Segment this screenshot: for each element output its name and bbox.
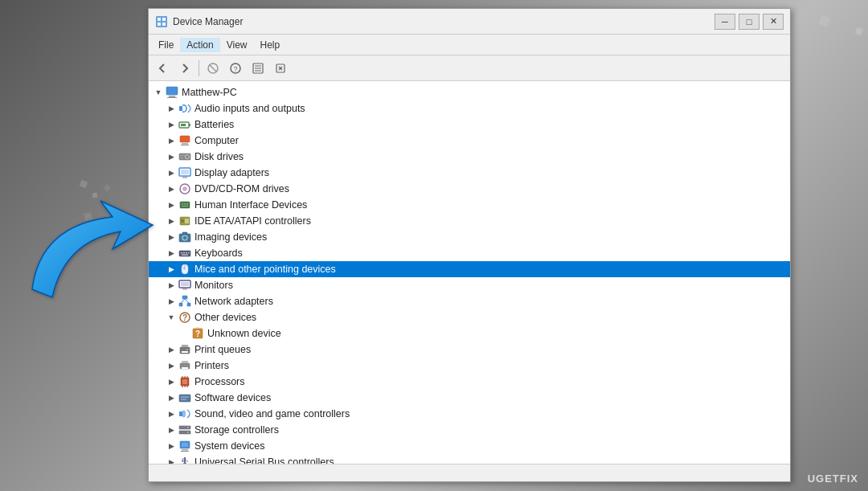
svg-text:?: ? xyxy=(195,329,200,338)
tree-mice[interactable]: ▶ Mice and other pointing devices xyxy=(149,261,790,277)
toolbar-stop-button[interactable] xyxy=(203,59,223,78)
sound-label: Sound, video and game controllers xyxy=(194,408,350,419)
toolbar-back-button[interactable] xyxy=(152,59,173,78)
tree-sound[interactable]: ▶ Sound, video and game controllers xyxy=(149,406,790,422)
storage-icon xyxy=(178,423,192,437)
tree-root[interactable]: ▼ Matthew-PC xyxy=(149,84,790,100)
tree-disk[interactable]: ▶ Disk drives xyxy=(149,149,790,165)
toolbar-uninstall-button[interactable] xyxy=(270,59,291,78)
ide-label: IDE ATA/ATAPI controllers xyxy=(194,215,311,227)
svg-rect-32 xyxy=(181,145,189,145)
svg-line-69 xyxy=(181,299,185,303)
menu-file[interactable]: File xyxy=(152,38,180,52)
svg-rect-50 xyxy=(185,219,189,223)
tree-ide[interactable]: ▶ IDE ATA/ATAPI controllers xyxy=(149,213,790,229)
usb-icon xyxy=(178,455,192,464)
toolbar-forward-button[interactable] xyxy=(174,59,195,78)
tree-network[interactable]: ▶ Network adapters xyxy=(149,293,790,309)
title-bar-left: Device Manager xyxy=(155,15,243,28)
svg-rect-35 xyxy=(180,155,185,156)
processors-icon xyxy=(178,374,192,389)
batteries-icon xyxy=(178,117,192,132)
storage-label: Storage controllers xyxy=(194,424,279,436)
monitors-label: Monitors xyxy=(194,280,233,291)
disk-icon xyxy=(178,149,192,164)
tree-storage[interactable]: ▶ Storage controllers xyxy=(149,422,790,438)
svg-rect-62 xyxy=(183,267,185,269)
svg-rect-9 xyxy=(162,18,166,21)
svg-rect-78 xyxy=(182,351,188,353)
close-button[interactable]: ✕ xyxy=(763,14,784,30)
svg-rect-55 xyxy=(181,252,182,253)
tree-unknown-device[interactable]: ? Unknown device xyxy=(149,325,790,342)
audio-label: Audio inputs and outputs xyxy=(194,103,305,114)
svg-text:?: ? xyxy=(182,313,187,322)
other-icon: ? xyxy=(178,310,192,325)
tree-display[interactable]: ▶ Display adapters xyxy=(149,165,790,181)
toolbar: ? xyxy=(149,55,790,81)
svg-marker-75 xyxy=(193,327,203,329)
watermark-text: UGETFIX xyxy=(808,473,858,485)
root-label: Matthew-PC xyxy=(182,87,237,98)
tree-processors[interactable]: ▶ Processors xyxy=(149,374,790,390)
svg-rect-23 xyxy=(166,87,178,95)
title-bar: Device Manager ─ □ ✕ xyxy=(149,9,790,35)
tree-keyboards[interactable]: ▶ Keyboards xyxy=(149,245,790,261)
tree-monitors[interactable]: ▶ Monitors xyxy=(149,277,790,293)
menu-view[interactable]: View xyxy=(220,38,254,52)
tree-hid[interactable]: ▶ Human Interface Devices xyxy=(149,197,790,213)
maximize-button[interactable]: □ xyxy=(739,14,760,30)
svg-rect-24 xyxy=(169,96,175,97)
svg-rect-39 xyxy=(181,170,189,174)
disk-label: Disk drives xyxy=(194,151,244,162)
tree-software[interactable]: ▶ Software devices xyxy=(149,390,790,406)
svg-rect-100 xyxy=(182,449,188,451)
svg-rect-67 xyxy=(179,303,182,306)
device-tree[interactable]: ▼ Matthew-PC ▶ Audio inputs and outp xyxy=(149,81,790,464)
mice-icon xyxy=(178,262,192,276)
svg-rect-29 xyxy=(181,124,186,126)
sound-expand-icon: ▶ xyxy=(165,407,178,420)
tree-batteries[interactable]: ▶ Batteries xyxy=(149,117,790,133)
svg-rect-91 xyxy=(179,395,190,402)
computer-icon xyxy=(178,133,192,148)
toolbar-properties-button[interactable] xyxy=(248,59,268,78)
tree-print-queues[interactable]: ▶ Print queues xyxy=(149,342,790,358)
tree-imaging[interactable]: ▶ Imaging devices xyxy=(149,229,790,245)
svg-rect-10 xyxy=(158,23,161,26)
tree-printers[interactable]: ▶ Printers xyxy=(149,358,790,374)
network-icon xyxy=(178,294,192,309)
svg-rect-84 xyxy=(182,379,187,384)
unknown-label: Unknown device xyxy=(207,328,281,339)
svg-rect-81 xyxy=(182,361,188,363)
tree-usb[interactable]: ▶ Universal Serial Bus controllers xyxy=(149,454,790,464)
svg-point-97 xyxy=(187,427,189,428)
batteries-label: Batteries xyxy=(194,119,234,130)
svg-rect-25 xyxy=(167,97,177,98)
svg-line-70 xyxy=(185,299,189,303)
minimize-button[interactable]: ─ xyxy=(714,14,735,30)
svg-rect-31 xyxy=(182,143,188,145)
software-icon xyxy=(178,391,192,405)
system-expand-icon: ▶ xyxy=(165,440,178,452)
svg-rect-8 xyxy=(158,18,161,21)
svg-point-49 xyxy=(181,219,184,223)
toolbar-help-button[interactable]: ? xyxy=(225,59,246,78)
svg-rect-56 xyxy=(183,252,185,253)
tree-dvd[interactable]: ▶ DVD/CD-ROM drives xyxy=(149,181,790,197)
other-label: Other devices xyxy=(194,312,256,323)
window-title: Device Manager xyxy=(173,16,243,27)
toolbar-separator-1 xyxy=(199,60,199,76)
menu-action[interactable]: Action xyxy=(180,38,219,52)
tree-audio[interactable]: ▶ Audio inputs and outputs xyxy=(149,100,790,117)
display-icon xyxy=(178,166,192,180)
svg-rect-101 xyxy=(181,451,189,452)
system-label: System devices xyxy=(194,440,265,452)
tree-system[interactable]: ▶ System devices xyxy=(149,438,790,454)
printers-icon xyxy=(178,358,192,373)
tree-computer[interactable]: ▶ Computer xyxy=(149,133,790,149)
tree-other-devices[interactable]: ▼ ? Other devices xyxy=(149,309,790,325)
svg-rect-102 xyxy=(182,443,188,447)
usb-label: Universal Serial Bus controllers xyxy=(194,456,334,464)
menu-help[interactable]: Help xyxy=(254,38,287,52)
